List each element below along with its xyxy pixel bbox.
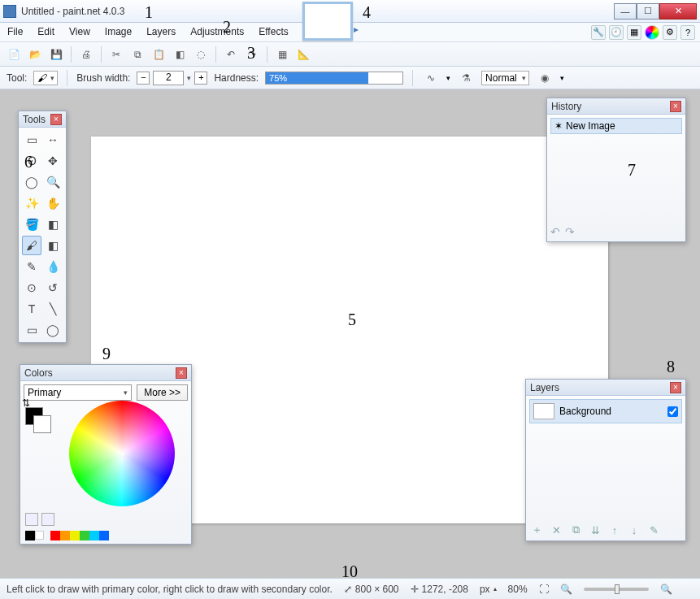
maximize-button[interactable]: ☐	[637, 3, 659, 20]
colors-window-toggle[interactable]	[645, 25, 659, 40]
layer-properties-icon[interactable]: ✎	[646, 523, 661, 537]
palette-manage-icon[interactable]	[41, 513, 54, 526]
layers-panel-close[interactable]: ×	[670, 382, 681, 393]
antialias-icon[interactable]: ∿	[422, 69, 440, 87]
blend-icon[interactable]: ⚗	[457, 69, 475, 87]
status-zoom[interactable]: 80%	[508, 584, 528, 595]
tool-color-picker[interactable]: 💧	[43, 257, 63, 276]
history-panel-close[interactable]: ×	[670, 101, 681, 112]
paste-icon[interactable]: 📋	[150, 46, 167, 63]
history-redo-icon[interactable]: ↷	[565, 225, 575, 238]
deselect-icon[interactable]: ◌	[192, 46, 210, 63]
layer-visibility-checkbox[interactable]	[667, 406, 678, 417]
color-palette[interactable]	[25, 531, 109, 540]
menu-view[interactable]: View	[62, 23, 98, 41]
brush-width-increase[interactable]: +	[194, 72, 207, 85]
tool-pencil[interactable]: ✎	[22, 257, 41, 276]
window-title: Untitled - paint.net 4.0.3	[21, 6, 124, 17]
tool-zoom[interactable]: 🔍	[43, 172, 63, 192]
tools-window-toggle[interactable]: 🔧	[591, 25, 606, 40]
menu-edit[interactable]: Edit	[30, 23, 62, 41]
blend-mode-selector[interactable]: Normal	[481, 71, 529, 85]
close-button[interactable]: ✕	[659, 3, 697, 20]
tool-eraser[interactable]: ◧	[43, 236, 63, 255]
color-wheel-cursor	[120, 451, 126, 458]
tool-move-selection[interactable]: ↔	[43, 130, 63, 150]
tool-move-pixels[interactable]: ✥	[43, 151, 63, 171]
colors-more-button[interactable]: More >>	[137, 384, 188, 401]
history-entry[interactable]: ✶ New Image	[550, 118, 682, 134]
alpha-icon[interactable]: ◉	[536, 69, 554, 87]
layer-duplicate-icon[interactable]: ⧉	[568, 523, 583, 537]
zoom-slider[interactable]	[584, 588, 649, 591]
layer-add-icon[interactable]: ＋	[529, 523, 544, 537]
image-list-dropdown[interactable]: ▸	[354, 24, 365, 35]
history-undo-icon[interactable]: ↶	[550, 225, 560, 238]
tool-gradient[interactable]: ◧	[43, 215, 63, 234]
canvas-size-icon: ⤢	[344, 584, 352, 595]
color-wheel[interactable]	[69, 401, 175, 506]
zoom-out-icon[interactable]: 🔍	[560, 584, 572, 595]
help-icon[interactable]: ?	[680, 25, 695, 40]
swap-colors-icon[interactable]: ⇅	[22, 397, 33, 409]
zoom-window-icon[interactable]: ⛶	[539, 584, 549, 595]
hardness-value: 75%	[266, 72, 368, 84]
print-icon[interactable]: 🖨	[77, 46, 95, 63]
layer-down-icon[interactable]: ↓	[627, 523, 641, 537]
colors-panel-close[interactable]: ×	[176, 367, 187, 379]
tool-rect-select[interactable]: ▭	[22, 130, 41, 150]
crop-icon[interactable]: ◧	[171, 46, 189, 63]
tool-selector[interactable]: 🖌	[33, 71, 58, 85]
tools-panel: Tools× ▭ ↔ ʘ ✥ ◯ 🔍 ✨ ✋ 🪣 ◧ 🖌 ◧ ✎ 💧 ⊙ ↺ T…	[18, 111, 67, 343]
grid-icon[interactable]: ▦	[273, 46, 291, 63]
tool-shapes-rect[interactable]: ▭	[22, 320, 41, 340]
hardness-slider[interactable]: 75%	[265, 72, 403, 85]
layers-window-toggle[interactable]: ▦	[627, 25, 641, 40]
tool-pan[interactable]: ✋	[43, 193, 63, 213]
menu-file[interactable]: File	[0, 23, 30, 41]
layer-delete-icon[interactable]: ✕	[549, 523, 563, 537]
tool-text[interactable]: T	[22, 299, 41, 319]
tool-label: Tool:	[7, 72, 27, 84]
tool-recolor[interactable]: ↺	[43, 278, 63, 297]
layer-row[interactable]: Background	[529, 399, 682, 423]
annotation-4: 4	[363, 3, 371, 22]
tool-ellipse-select[interactable]: ◯	[22, 172, 41, 192]
zoom-in-icon[interactable]: 🔍	[660, 584, 672, 595]
palette-add-icon[interactable]	[25, 513, 38, 526]
colors-panel-title: Colors	[24, 367, 53, 379]
tool-shapes-ellipse[interactable]: ◯	[43, 320, 63, 340]
brush-width-decrease[interactable]: −	[137, 72, 150, 85]
history-panel-title: History	[551, 101, 581, 112]
tool-line[interactable]: ╲	[43, 299, 63, 319]
menu-image[interactable]: Image	[98, 23, 139, 41]
minimize-button[interactable]: —	[614, 3, 637, 20]
tool-paint-bucket[interactable]: 🪣	[22, 215, 41, 234]
annotation-10: 10	[341, 562, 358, 581]
brush-width-value[interactable]: 2	[153, 71, 184, 85]
tool-paintbrush[interactable]: 🖌	[22, 236, 41, 255]
layer-merge-icon[interactable]: ⇊	[588, 523, 602, 537]
menu-effects[interactable]: Effects	[251, 23, 295, 41]
settings-icon[interactable]: ⚙	[663, 25, 677, 40]
undo-icon[interactable]: ↶	[222, 46, 240, 63]
save-icon[interactable]: 💾	[47, 46, 65, 63]
hardness-label: Hardness:	[214, 72, 259, 84]
tool-magic-wand[interactable]: ✨	[22, 193, 41, 213]
menu-adjustments[interactable]: Adjustments	[183, 23, 251, 41]
ruler-icon[interactable]: 📐	[294, 46, 312, 63]
secondary-color-swatch[interactable]	[33, 415, 51, 433]
document-thumbnail[interactable]: ▸	[302, 2, 353, 41]
color-which-selector[interactable]: Primary	[24, 384, 132, 401]
tools-panel-title: Tools	[23, 114, 46, 125]
copy-icon[interactable]: ⧉	[128, 46, 146, 63]
layer-up-icon[interactable]: ↑	[607, 523, 622, 537]
open-file-icon[interactable]: 📂	[26, 46, 44, 63]
menu-layers[interactable]: Layers	[139, 23, 183, 41]
tool-clone-stamp[interactable]: ⊙	[22, 278, 41, 297]
cut-icon[interactable]: ✂	[107, 46, 125, 63]
tools-panel-close[interactable]: ×	[50, 114, 62, 125]
status-units[interactable]: px	[480, 584, 490, 595]
history-window-toggle[interactable]: 🕘	[609, 25, 624, 40]
new-file-icon[interactable]: 📄	[5, 46, 23, 63]
